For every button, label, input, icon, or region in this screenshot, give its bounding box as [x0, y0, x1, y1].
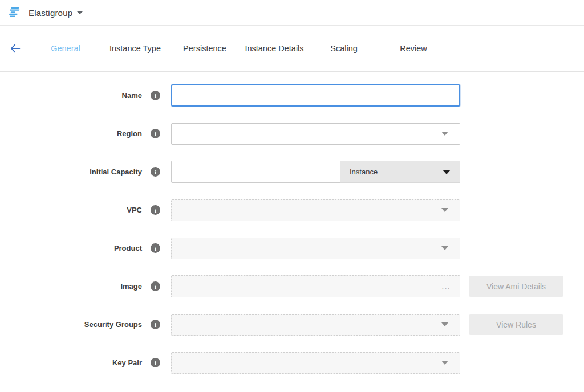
- security-groups-row: Security Groups i View Rules: [0, 313, 584, 336]
- info-icon[interactable]: i: [151, 129, 160, 138]
- product-row: Product i: [0, 237, 584, 259]
- info-icon[interactable]: i: [151, 358, 160, 368]
- caret-down-icon: [441, 132, 448, 136]
- key-pair-row: Key Pair i: [0, 352, 584, 374]
- region-label: Region: [117, 129, 142, 138]
- info-icon[interactable]: i: [151, 243, 160, 253]
- view-rules-button[interactable]: View Rules: [469, 314, 563, 335]
- region-row: Region i: [0, 122, 584, 145]
- view-ami-details-button[interactable]: View Ami Details: [469, 276, 563, 297]
- wizard-tabbar: General Instance Type Persistence Instan…: [0, 26, 584, 72]
- initial-capacity-input[interactable]: [171, 161, 340, 183]
- image-browse-button[interactable]: ...: [432, 276, 460, 297]
- name-input[interactable]: [171, 84, 460, 107]
- name-label: Name: [122, 91, 142, 100]
- key-pair-select[interactable]: [171, 352, 460, 374]
- caret-down-icon: [441, 208, 448, 212]
- initial-capacity-label: Initial Capacity: [90, 168, 142, 176]
- vpc-select[interactable]: [171, 199, 460, 221]
- image-label: Image: [120, 282, 142, 291]
- image-row: Image i ... View Ami Details: [0, 275, 584, 297]
- caret-down-icon: [441, 322, 448, 326]
- elastigroup-logo-icon: [7, 6, 21, 19]
- info-icon[interactable]: i: [151, 205, 160, 215]
- tab-general[interactable]: General: [31, 44, 100, 53]
- info-icon[interactable]: i: [151, 91, 160, 100]
- app-switcher[interactable]: Elastigroup: [7, 6, 83, 19]
- topbar: Elastigroup: [0, 0, 584, 26]
- tab-review[interactable]: Review: [379, 44, 448, 53]
- product-select[interactable]: [171, 238, 460, 259]
- key-pair-label: Key Pair: [112, 358, 142, 367]
- image-value: [172, 276, 432, 297]
- security-groups-select[interactable]: [171, 314, 460, 336]
- tab-instance-type[interactable]: Instance Type: [100, 44, 170, 53]
- name-row: Name i: [0, 84, 584, 107]
- caret-down-icon: [443, 170, 451, 174]
- caret-down-icon: [441, 246, 448, 250]
- caret-down-icon: [77, 11, 83, 14]
- general-settings-form: Name i Region i Initial Capacity i Inst: [0, 72, 584, 374]
- tab-persistence[interactable]: Persistence: [170, 44, 240, 53]
- region-select[interactable]: [171, 123, 460, 145]
- info-icon[interactable]: i: [151, 281, 160, 291]
- tab-instance-details[interactable]: Instance Details: [240, 44, 309, 53]
- image-field[interactable]: ...: [171, 275, 460, 297]
- info-icon[interactable]: i: [151, 167, 160, 177]
- tab-scaling[interactable]: Scaling: [309, 44, 379, 53]
- vpc-label: VPC: [127, 206, 142, 214]
- product-label: Product: [114, 244, 142, 252]
- security-groups-label: Security Groups: [84, 320, 142, 329]
- app-name: Elastigroup: [29, 8, 72, 18]
- initial-capacity-row: Initial Capacity i Instance: [0, 161, 584, 183]
- caret-down-icon: [441, 361, 448, 365]
- back-arrow-icon[interactable]: [8, 41, 23, 56]
- info-icon[interactable]: i: [151, 320, 160, 329]
- capacity-unit-value: Instance: [350, 168, 378, 176]
- capacity-unit-select[interactable]: Instance: [340, 161, 460, 183]
- vpc-row: VPC i: [0, 199, 584, 221]
